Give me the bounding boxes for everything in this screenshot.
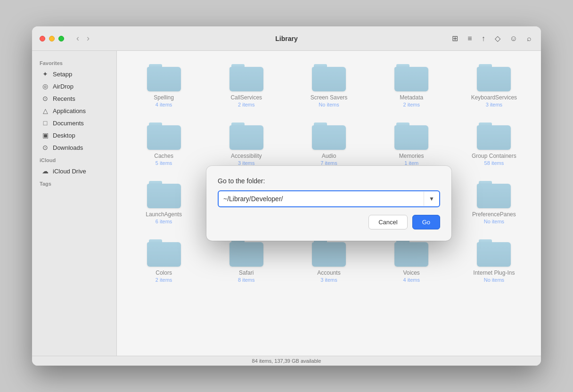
nav-buttons: ‹ ›: [74, 33, 92, 44]
sidebar-item-airdrop[interactable]: ◎ AirDrop: [34, 80, 115, 92]
recents-icon: ⊙: [41, 95, 49, 102]
sidebar: Favorites ✦ Setapp ◎ AirDrop ⊙ Recents △…: [32, 51, 117, 356]
view-grid-icon[interactable]: ⊞: [450, 32, 460, 45]
window-title: Library: [275, 35, 297, 42]
smiley-icon[interactable]: ☺: [508, 33, 519, 45]
view-options-icon[interactable]: ≡: [466, 33, 474, 45]
sidebar-item-recents[interactable]: ⊙ Recents: [34, 92, 115, 105]
applications-icon: △: [41, 107, 49, 114]
sidebar-item-label: Applications: [53, 107, 86, 114]
traffic-lights: [40, 36, 64, 41]
sidebar-item-label: iCloud Drive: [53, 168, 86, 175]
status-bar: 84 items, 137,39 GB available: [32, 356, 541, 366]
forward-button[interactable]: ›: [84, 33, 92, 44]
tags-label: Tags: [32, 177, 116, 188]
go-button[interactable]: Go: [412, 215, 440, 229]
minimize-button[interactable]: [49, 36, 55, 41]
sidebar-item-icloud-drive[interactable]: ☁ iCloud Drive: [34, 165, 115, 177]
maximize-button[interactable]: [58, 36, 64, 41]
desktop-icon: ▣: [41, 131, 49, 139]
dropdown-button[interactable]: ▼: [424, 192, 439, 206]
dialog-input-wrapper: ▼: [218, 190, 440, 207]
sidebar-item-downloads[interactable]: ⊙ Downloads: [34, 141, 115, 154]
dialog-overlay: Go to the folder: ▼ Cancel Go: [117, 51, 541, 356]
status-text: 84 items, 137,39 GB available: [252, 358, 321, 364]
icloud-label: iCloud: [32, 154, 116, 165]
cancel-button[interactable]: Cancel: [368, 215, 407, 229]
share-icon[interactable]: ↑: [480, 33, 487, 45]
favorites-label: Favorites: [32, 57, 116, 68]
dialog-title: Go to the folder:: [218, 177, 440, 185]
icloud-drive-icon: ☁: [41, 167, 49, 175]
sidebar-item-label: AirDrop: [53, 83, 74, 90]
finder-window: ‹ › Library ⊞ ≡ ↑ ◇ ☺ ⌕ Favorites ✦ Seta…: [32, 26, 541, 366]
sidebar-item-setapp[interactable]: ✦ Setapp: [34, 68, 115, 80]
main-content: Favorites ✦ Setapp ◎ AirDrop ⊙ Recents △…: [32, 51, 541, 356]
dialog-buttons: Cancel Go: [218, 215, 440, 229]
sidebar-item-label: Documents: [53, 120, 84, 127]
goto-folder-dialog: Go to the folder: ▼ Cancel Go: [206, 166, 451, 241]
sidebar-item-label: Desktop: [53, 132, 75, 139]
folder-path-input[interactable]: [219, 191, 424, 206]
search-icon[interactable]: ⌕: [525, 33, 533, 45]
sidebar-item-documents[interactable]: □ Documents: [34, 117, 115, 129]
sidebar-item-desktop[interactable]: ▣ Desktop: [34, 129, 115, 141]
titlebar: ‹ › Library ⊞ ≡ ↑ ◇ ☺ ⌕: [32, 26, 541, 51]
back-button[interactable]: ‹: [74, 33, 82, 44]
file-area: Spelling 4 items CallServices 2 items Sc…: [117, 51, 541, 356]
toolbar-right: ⊞ ≡ ↑ ◇ ☺ ⌕: [450, 32, 533, 45]
setapp-icon: ✦: [41, 70, 49, 78]
documents-icon: □: [41, 119, 49, 127]
close-button[interactable]: [40, 36, 45, 41]
sidebar-item-label: Setapp: [53, 71, 72, 78]
sidebar-item-applications[interactable]: △ Applications: [34, 105, 115, 117]
downloads-icon: ⊙: [41, 144, 49, 151]
sidebar-item-label: Recents: [53, 95, 75, 102]
sidebar-item-label: Downloads: [53, 144, 83, 151]
tag-icon[interactable]: ◇: [493, 32, 502, 45]
airdrop-icon: ◎: [41, 82, 49, 90]
